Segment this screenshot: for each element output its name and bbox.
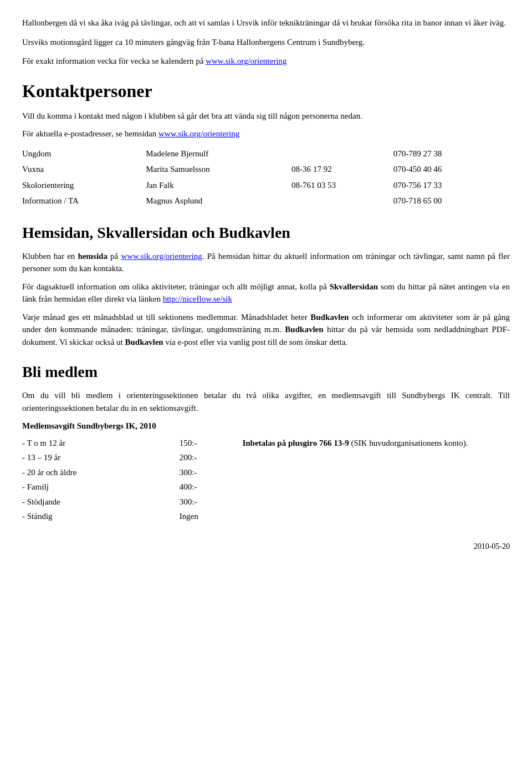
contact-name: Magnus Asplund (146, 193, 291, 209)
membership-row: - Ständig Ingen (22, 509, 510, 524)
contact-table: Ungdom Madelene Bjernulf 070-789 27 38 V… (22, 146, 510, 209)
kontaktpersoner-link-para: För aktuella e-postadresser, se hemsidan… (22, 128, 510, 140)
membership-amount: 400:- (180, 480, 243, 495)
contact-phone1: 08-36 17 92 (291, 161, 393, 177)
membership-amount: 300:- (180, 465, 243, 480)
membership-table-heading: Medlemsavgift Sundbybergs IK, 2010 (22, 420, 510, 432)
membership-table-heading-bold: Medlemsavgift Sundbybergs IK, 2010 (22, 421, 156, 430)
membership-label: - Stödjande (22, 495, 180, 510)
hemsidan-para1-bold: hemsida (78, 252, 108, 261)
contact-row: Ungdom Madelene Bjernulf 070-789 27 38 (22, 146, 510, 162)
footer-date: 2010-05-20 (22, 541, 510, 552)
hemsidan-heading: Hemsidan, Skvallersidan och Budkavlen (22, 221, 510, 245)
membership-label: - Familj (22, 480, 180, 495)
hemsidan-para3-text: Varje månad ges ett månadsblad ut till s… (22, 313, 510, 347)
inbetalas-suffix: (SIK huvudorganisationens konto). (349, 439, 468, 447)
hemsidan-skvaller-link[interactable]: http://niceflow.se/sik (163, 294, 232, 303)
contact-role: Vuxna (22, 161, 146, 177)
contact-row: Vuxna Marita Samuelsson 08-36 17 92 070-… (22, 161, 510, 177)
intro-para1: Hallonbergen då vi ska åka iväg på tävli… (22, 17, 510, 29)
membership-label: - T o m 12 år (22, 436, 180, 451)
hemsidan-para2-prefix: För dagsaktuell information om olika akt… (22, 282, 330, 291)
membership-row: - 20 år och äldre 300:- (22, 465, 510, 480)
contact-row: Information / TA Magnus Asplund 070-718 … (22, 193, 510, 209)
contact-phone1 (291, 146, 393, 162)
contact-role: Information / TA (22, 193, 146, 209)
membership-row: - Stödjande 300:- (22, 495, 510, 510)
contact-phone2: 070-756 17 33 (393, 177, 510, 193)
hemsidan-para2-bold: Skvallersidan (330, 282, 378, 291)
membership-row: - 13 – 19 år 200:- (22, 450, 510, 465)
contact-name: Jan Falk (146, 177, 291, 193)
membership-amount: 200:- (180, 450, 243, 465)
membership-row: - T o m 12 år 150:- Inbetalas på plusgir… (22, 436, 510, 451)
membership-label: - 20 år och äldre (22, 465, 180, 480)
membership-table: - T o m 12 år 150:- Inbetalas på plusgir… (22, 436, 510, 524)
hemsidan-para1: Klubben har en hemsida på www.sik.org/or… (22, 250, 510, 275)
inbetalas-bold: Inbetalas på plusgiro 766 13-9 (242, 439, 349, 447)
hemsidan-para2: För dagsaktuell information om olika akt… (22, 281, 510, 305)
membership-amount: 150:- (180, 436, 243, 451)
hemsidan-para3: Varje månad ges ett månadsblad ut till s… (22, 311, 510, 349)
blimedlem-heading: Bli medlem (22, 360, 510, 384)
membership-amount: Ingen (180, 509, 243, 524)
membership-row: - Familj 400:- (22, 480, 510, 495)
contact-phone1 (291, 193, 393, 209)
membership-note (242, 480, 510, 495)
membership-note (242, 450, 510, 465)
membership-note (242, 495, 510, 510)
contact-phone2: 070-450 40 46 (393, 161, 510, 177)
hemsidan-para1-mid: på (108, 252, 121, 261)
membership-note: Inbetalas på plusgiro 766 13-9 (SIK huvu… (242, 436, 510, 451)
blimedlem-para1: Om du vill bli medlem i orienteringssekt… (22, 389, 510, 414)
kontakt-link[interactable]: www.sik.org/orientering (158, 129, 239, 138)
kontakt-link-prefix: För aktuella e-postadresser, se hemsidan (22, 129, 158, 138)
membership-amount: 300:- (180, 495, 243, 510)
intro-link[interactable]: www.sik.org/orientering (206, 57, 287, 65)
intro-para2: Ursviks motionsgård ligger ca 10 minuter… (22, 36, 510, 49)
hemsidan-link[interactable]: www.sik.org/orientering (121, 252, 202, 261)
membership-note (242, 509, 510, 524)
contact-phone1: 08-761 03 53 (291, 177, 393, 193)
membership-label: - 13 – 19 år (22, 450, 180, 465)
contact-name: Marita Samuelsson (146, 161, 291, 177)
intro-para3-text: För exakt information vecka för vecka se… (22, 57, 206, 65)
kontaktpersoner-intro: Vill du komma i kontakt med någon i klub… (22, 110, 510, 123)
intro-para3: För exakt information vecka för vecka se… (22, 55, 510, 68)
contact-phone2: 070-718 65 00 (393, 193, 510, 209)
contact-role: Skolorientering (22, 177, 146, 193)
kontaktpersoner-heading: Kontaktpersoner (22, 78, 510, 104)
contact-name: Madelene Bjernulf (146, 146, 291, 162)
membership-label: - Ständig (22, 509, 180, 524)
contact-phone2: 070-789 27 38 (393, 146, 510, 162)
contact-role: Ungdom (22, 146, 146, 162)
membership-note (242, 465, 510, 480)
contact-row: Skolorientering Jan Falk 08-761 03 53 07… (22, 177, 510, 193)
hemsidan-para1-prefix: Klubben har en (22, 252, 78, 261)
